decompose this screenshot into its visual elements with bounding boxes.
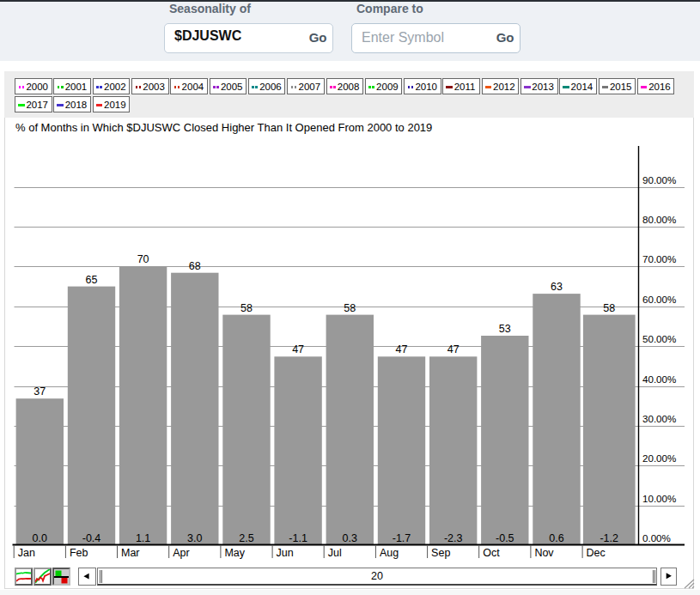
svg-text:58: 58: [240, 302, 253, 314]
svg-text:Feb: Feb: [70, 547, 88, 559]
svg-text:20.00%: 20.00%: [642, 452, 676, 464]
svg-text:80.00%: 80.00%: [642, 214, 676, 225]
svg-text:Jan: Jan: [18, 547, 35, 559]
svg-text:50.00%: 50.00%: [642, 333, 676, 344]
svg-text:-1.1: -1.1: [289, 532, 307, 544]
svg-text:1.1: 1.1: [136, 532, 150, 544]
svg-text:47: 47: [447, 343, 460, 355]
svg-text:58: 58: [344, 302, 356, 314]
svg-text:60.00%: 60.00%: [642, 294, 676, 305]
svg-text:-2.3: -2.3: [444, 532, 463, 544]
svg-text:90.00%: 90.00%: [642, 174, 676, 185]
svg-text:37: 37: [33, 386, 46, 398]
svg-text:47: 47: [292, 343, 304, 355]
svg-text:Mar: Mar: [121, 547, 140, 559]
svg-text:Aug: Aug: [380, 547, 399, 559]
svg-text:53: 53: [499, 323, 511, 335]
svg-text:-0.5: -0.5: [496, 532, 514, 544]
svg-text:0.0: 0.0: [33, 532, 47, 544]
svg-text:68: 68: [189, 260, 201, 272]
svg-text:63: 63: [551, 281, 563, 293]
svg-text:40.00%: 40.00%: [642, 373, 676, 385]
svg-text:0.6: 0.6: [549, 532, 563, 544]
svg-text:Nov: Nov: [534, 547, 554, 559]
svg-text:Apr: Apr: [173, 547, 189, 559]
svg-text:65: 65: [86, 274, 98, 286]
svg-text:-0.4: -0.4: [82, 532, 101, 544]
svg-text:Jun: Jun: [277, 547, 294, 559]
svg-text:Jul: Jul: [328, 547, 342, 559]
svg-text:0.3: 0.3: [343, 532, 357, 544]
svg-text:30.00%: 30.00%: [642, 413, 676, 424]
svg-text:58: 58: [603, 302, 615, 314]
svg-text:3.0: 3.0: [187, 532, 202, 544]
svg-text:Dec: Dec: [587, 547, 606, 559]
svg-text:Sep: Sep: [431, 547, 450, 559]
svg-text:-1.2: -1.2: [600, 532, 618, 544]
svg-text:10.00%: 10.00%: [642, 493, 676, 504]
svg-text:0.00%: 0.00%: [642, 532, 671, 543]
svg-text:70.00%: 70.00%: [642, 253, 676, 264]
svg-text:-1.7: -1.7: [393, 532, 411, 544]
svg-text:47: 47: [396, 343, 408, 355]
svg-text:Oct: Oct: [483, 547, 500, 559]
svg-text:2.5: 2.5: [239, 532, 253, 544]
svg-text:May: May: [224, 547, 245, 559]
svg-text:70: 70: [137, 253, 149, 265]
